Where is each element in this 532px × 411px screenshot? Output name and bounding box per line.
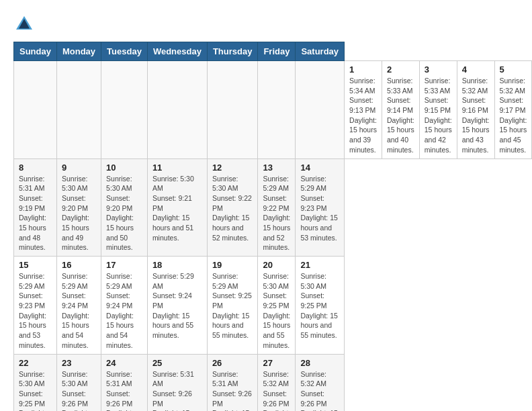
week-row-4: 22 Sunrise: 5:30 AMSunset: 9:25 PMDaylig…: [14, 354, 533, 411]
day-number: 5: [500, 64, 527, 75]
day-number: 20: [263, 260, 290, 270]
day-cell-10: 10 Sunrise: 5:30 AMSunset: 9:20 PMDaylig…: [101, 158, 148, 257]
day-info: Sunrise: 5:33 AMSunset: 9:14 PMDaylight:…: [387, 76, 414, 155]
day-number: 23: [62, 358, 96, 368]
day-info: Sunrise: 5:29 AMSunset: 9:24 PMDaylight:…: [152, 271, 202, 340]
day-cell-16: 16 Sunrise: 5:29 AMSunset: 9:24 PMDaylig…: [56, 257, 101, 355]
day-info: Sunrise: 5:34 AMSunset: 9:13 PMDaylight:…: [349, 76, 377, 155]
day-cell-8: 8 Sunrise: 5:31 AMSunset: 9:19 PMDayligh…: [14, 158, 57, 257]
day-info: Sunrise: 5:30 AMSunset: 9:21 PMDaylight:…: [152, 174, 202, 243]
day-cell-15: 15 Sunrise: 5:29 AMSunset: 9:23 PMDaylig…: [14, 257, 57, 355]
day-number: 15: [19, 260, 52, 270]
day-cell-17: 17 Sunrise: 5:29 AMSunset: 9:24 PMDaylig…: [101, 257, 148, 355]
day-cell-27: 27 Sunrise: 5:32 AMSunset: 9:26 PMDaylig…: [258, 354, 296, 411]
day-number: 25: [152, 358, 202, 368]
day-cell-2: 2 Sunrise: 5:33 AMSunset: 9:14 PMDayligh…: [382, 61, 419, 159]
column-header-thursday: Thursday: [207, 42, 258, 61]
day-cell-13: 13 Sunrise: 5:29 AMSunset: 9:22 PMDaylig…: [258, 158, 296, 257]
day-number: 24: [106, 358, 142, 368]
day-cell-14: 14 Sunrise: 5:29 AMSunset: 9:23 PMDaylig…: [296, 158, 345, 257]
empty-cell: [56, 61, 101, 159]
day-info: Sunrise: 5:31 AMSunset: 9:19 PMDaylight:…: [19, 174, 52, 253]
week-row-2: 8 Sunrise: 5:31 AMSunset: 9:19 PMDayligh…: [14, 158, 533, 257]
day-number: 13: [263, 163, 290, 173]
day-number: 8: [19, 163, 52, 173]
day-number: 9: [62, 163, 96, 173]
day-number: 11: [152, 163, 202, 173]
day-info: Sunrise: 5:30 AMSunset: 9:20 PMDaylight:…: [62, 174, 96, 253]
day-number: 14: [300, 163, 339, 173]
empty-cell: [101, 61, 148, 159]
day-info: Sunrise: 5:29 AMSunset: 9:23 PMDaylight:…: [19, 271, 52, 351]
day-number: 26: [212, 358, 253, 368]
day-cell-18: 18 Sunrise: 5:29 AMSunset: 9:24 PMDaylig…: [147, 257, 207, 355]
day-number: 28: [300, 358, 339, 368]
day-info: Sunrise: 5:29 AMSunset: 9:25 PMDaylight:…: [212, 271, 253, 340]
day-cell-21: 21 Sunrise: 5:30 AMSunset: 9:25 PMDaylig…: [296, 257, 345, 355]
day-info: Sunrise: 5:32 AMSunset: 9:16 PMDaylight:…: [462, 76, 490, 155]
day-info: Sunrise: 5:31 AMSunset: 9:26 PMDaylight:…: [152, 369, 202, 412]
column-header-monday: Monday: [56, 42, 101, 61]
day-info: Sunrise: 5:29 AMSunset: 9:23 PMDaylight:…: [300, 174, 339, 243]
day-info: Sunrise: 5:29 AMSunset: 9:22 PMDaylight:…: [263, 174, 290, 253]
day-info: Sunrise: 5:31 AMSunset: 9:26 PMDaylight:…: [212, 369, 253, 412]
day-number: 17: [106, 260, 142, 270]
day-number: 1: [349, 64, 377, 75]
day-info: Sunrise: 5:32 AMSunset: 9:26 PMDaylight:…: [300, 369, 339, 412]
day-number: 19: [212, 260, 253, 270]
day-number: 27: [263, 358, 290, 368]
day-info: Sunrise: 5:30 AMSunset: 9:25 PMDaylight:…: [300, 271, 339, 340]
day-info: Sunrise: 5:29 AMSunset: 9:24 PMDaylight:…: [62, 271, 96, 351]
day-number: 21: [300, 260, 339, 270]
day-cell-19: 19 Sunrise: 5:29 AMSunset: 9:25 PMDaylig…: [207, 257, 258, 355]
empty-cell: [147, 61, 207, 159]
calendar-header-row: SundayMondayTuesdayWednesdayThursdayFrid…: [14, 42, 533, 61]
day-cell-5: 5 Sunrise: 5:32 AMSunset: 9:17 PMDayligh…: [494, 61, 532, 159]
day-info: Sunrise: 5:30 AMSunset: 9:22 PMDaylight:…: [212, 174, 253, 243]
empty-cell: [207, 61, 258, 159]
week-row-3: 15 Sunrise: 5:29 AMSunset: 9:23 PMDaylig…: [14, 257, 533, 355]
day-cell-28: 28 Sunrise: 5:32 AMSunset: 9:26 PMDaylig…: [296, 354, 345, 411]
logo-icon: [13, 13, 35, 35]
day-info: Sunrise: 5:31 AMSunset: 9:26 PMDaylight:…: [106, 369, 142, 412]
day-number: 18: [152, 260, 202, 270]
day-number: 12: [212, 163, 253, 173]
day-number: 4: [462, 64, 490, 75]
column-header-sunday: Sunday: [14, 42, 57, 61]
day-number: 22: [19, 358, 52, 368]
empty-cell: [296, 61, 345, 159]
day-cell-23: 23 Sunrise: 5:30 AMSunset: 9:26 PMDaylig…: [56, 354, 101, 411]
column-header-tuesday: Tuesday: [101, 42, 148, 61]
column-header-saturday: Saturday: [296, 42, 345, 61]
day-info: Sunrise: 5:32 AMSunset: 9:17 PMDaylight:…: [500, 76, 527, 155]
day-info: Sunrise: 5:33 AMSunset: 9:15 PMDaylight:…: [425, 76, 452, 155]
logo: [13, 13, 38, 35]
day-number: 3: [425, 64, 452, 75]
day-info: Sunrise: 5:30 AMSunset: 9:20 PMDaylight:…: [106, 174, 142, 253]
day-cell-25: 25 Sunrise: 5:31 AMSunset: 9:26 PMDaylig…: [147, 354, 207, 411]
day-cell-3: 3 Sunrise: 5:33 AMSunset: 9:15 PMDayligh…: [419, 61, 457, 159]
day-info: Sunrise: 5:32 AMSunset: 9:26 PMDaylight:…: [263, 369, 290, 412]
day-cell-26: 26 Sunrise: 5:31 AMSunset: 9:26 PMDaylig…: [207, 354, 258, 411]
day-info: Sunrise: 5:30 AMSunset: 9:25 PMDaylight:…: [263, 271, 290, 351]
day-number: 10: [106, 163, 142, 173]
column-header-friday: Friday: [258, 42, 296, 61]
day-number: 16: [62, 260, 96, 270]
day-info: Sunrise: 5:30 AMSunset: 9:25 PMDaylight:…: [19, 369, 52, 412]
empty-cell: [14, 61, 57, 159]
day-cell-11: 11 Sunrise: 5:30 AMSunset: 9:21 PMDaylig…: [147, 158, 207, 257]
day-info: Sunrise: 5:29 AMSunset: 9:24 PMDaylight:…: [106, 271, 142, 351]
day-cell-20: 20 Sunrise: 5:30 AMSunset: 9:25 PMDaylig…: [258, 257, 296, 355]
calendar-body: 1 Sunrise: 5:34 AMSunset: 9:13 PMDayligh…: [14, 61, 533, 412]
calendar-table: SundayMondayTuesdayWednesdayThursdayFrid…: [13, 42, 532, 411]
column-header-wednesday: Wednesday: [147, 42, 207, 61]
day-number: 2: [387, 64, 414, 75]
day-info: Sunrise: 5:30 AMSunset: 9:26 PMDaylight:…: [62, 369, 96, 412]
day-cell-24: 24 Sunrise: 5:31 AMSunset: 9:26 PMDaylig…: [101, 354, 148, 411]
day-cell-12: 12 Sunrise: 5:30 AMSunset: 9:22 PMDaylig…: [207, 158, 258, 257]
day-cell-1: 1 Sunrise: 5:34 AMSunset: 9:13 PMDayligh…: [345, 61, 382, 159]
week-row-1: 1 Sunrise: 5:34 AMSunset: 9:13 PMDayligh…: [14, 61, 533, 159]
empty-cell: [258, 61, 296, 159]
day-cell-9: 9 Sunrise: 5:30 AMSunset: 9:20 PMDayligh…: [56, 158, 101, 257]
day-cell-4: 4 Sunrise: 5:32 AMSunset: 9:16 PMDayligh…: [457, 61, 494, 159]
